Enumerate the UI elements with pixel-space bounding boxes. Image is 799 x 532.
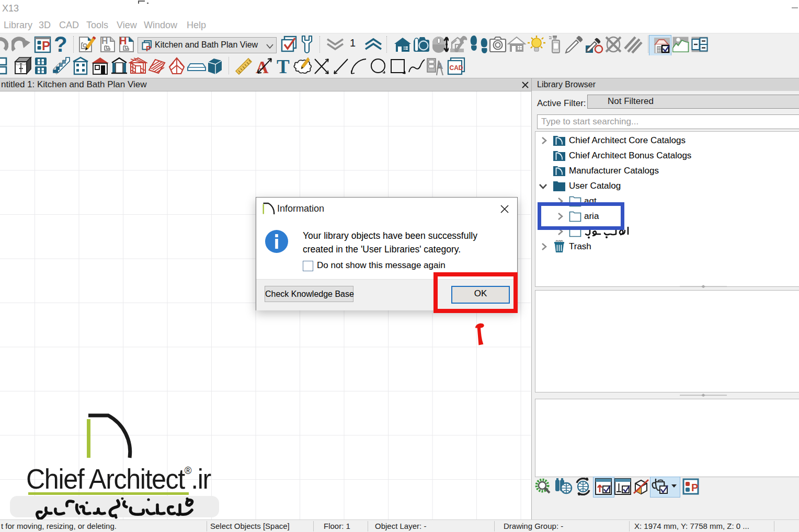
svg-text:?: ? <box>54 34 67 55</box>
svg-text:H: H <box>119 36 127 47</box>
svg-text:H: H <box>101 36 108 46</box>
svg-text:CAD: CAD <box>450 64 463 72</box>
svg-text:P: P <box>691 482 698 493</box>
svg-text:A: A <box>256 57 269 76</box>
svg-text:T: T <box>277 56 290 76</box>
svg-text:P: P <box>146 44 151 52</box>
svg-text:P: P <box>42 39 50 53</box>
svg-text:A: A <box>437 61 443 71</box>
